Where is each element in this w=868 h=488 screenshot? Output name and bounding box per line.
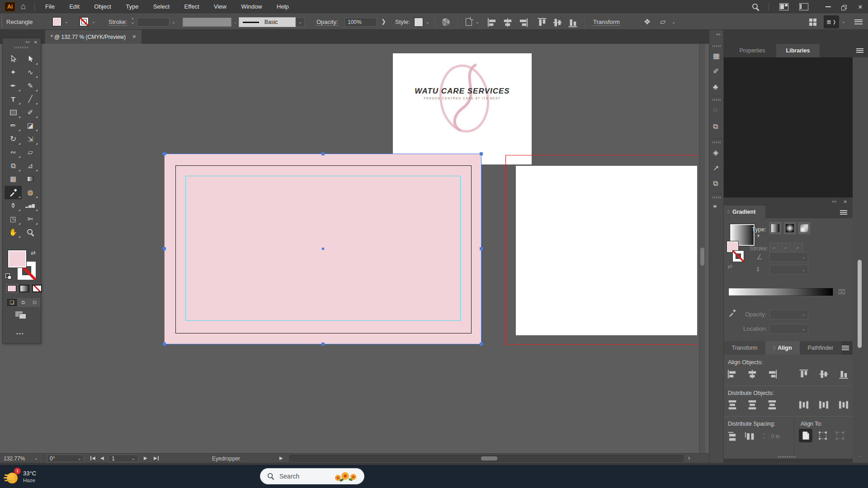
align-panel-grip[interactable]	[778, 456, 796, 458]
cb-align-bottom-icon[interactable]	[567, 17, 579, 28]
gradient-collapse-icon[interactable]: ««	[832, 199, 836, 204]
selection-tool[interactable]	[5, 52, 22, 66]
close-button[interactable]: ✕	[853, 0, 868, 14]
fill-swatch[interactable]	[8, 250, 27, 268]
shape-builder-tool[interactable]: ⧉	[5, 159, 22, 173]
distribute-bottom-button[interactable]	[766, 399, 778, 411]
mesh-tool[interactable]: ▦	[5, 173, 22, 186]
dock-grip-2[interactable]	[712, 99, 722, 101]
gradient-preview-dropdown[interactable]: ▾	[757, 234, 760, 238]
align-top-button[interactable]	[798, 368, 810, 380]
tools-close-icon[interactable]: ✕	[34, 40, 38, 45]
paintbrush-tool[interactable]: ✐	[22, 106, 39, 119]
tab-transform[interactable]: Transform	[724, 341, 765, 355]
export-panel-icon[interactable]: ↗	[713, 164, 719, 172]
tab-pathfinder[interactable]: Pathfinder	[800, 341, 841, 355]
stroke-weight-label[interactable]: Stroke:	[108, 19, 127, 26]
taskbar-search[interactable]: Search	[260, 468, 364, 484]
screen-mode-icon[interactable]	[15, 311, 27, 319]
tab-properties[interactable]: Properties	[728, 44, 776, 57]
zoom-level[interactable]: 132.77%	[4, 455, 25, 462]
stroke-weight-dropdown[interactable]: ⌄	[170, 18, 177, 27]
align-menu-icon[interactable]	[842, 346, 849, 350]
artboards-panel-icon[interactable]: ⧉	[713, 123, 718, 130]
free-transform-tool[interactable]: ▱	[22, 146, 39, 160]
zoom-tool[interactable]	[22, 226, 39, 239]
shaper-tool[interactable]: ✏	[5, 119, 22, 133]
draw-behind-mode[interactable]: ⧉	[18, 298, 29, 307]
symbol-sprayer-tool[interactable]: ⚱	[5, 199, 22, 213]
selection-handle-s[interactable]	[321, 343, 325, 346]
variable-width-chevron[interactable]: ⌄	[296, 17, 305, 27]
control-bar-menu-icon[interactable]	[854, 19, 863, 24]
dock-grip-3[interactable]	[712, 141, 722, 143]
distribute-right-button[interactable]	[838, 399, 849, 411]
color-guide-panel-icon[interactable]: ◌	[713, 107, 717, 114]
selection-handle-n[interactable]	[321, 152, 325, 155]
stroke-weight-stepper[interactable]: ˄˅	[132, 17, 134, 25]
libraries-content[interactable]	[724, 57, 853, 197]
tab-libraries[interactable]: Libraries	[776, 44, 820, 57]
align-to-key-object-button[interactable]	[833, 429, 847, 442]
gradient-location-dropdown[interactable]: ⌄	[769, 324, 808, 334]
menu-window[interactable]: Window	[235, 0, 268, 14]
swap-fill-stroke-icon[interactable]: ⇄	[31, 250, 36, 256]
align-to-selection-button[interactable]	[816, 429, 830, 442]
select-similar-chevron[interactable]: ⌄	[670, 18, 677, 27]
tools-collapse-icon[interactable]: ««	[25, 40, 30, 44]
width-tool[interactable]: ∾	[5, 146, 22, 160]
distribute-left-button[interactable]	[798, 399, 810, 411]
selection-handle-ne[interactable]	[480, 152, 483, 155]
selection-handle-e[interactable]	[480, 247, 483, 250]
align-left-button[interactable]	[726, 368, 738, 380]
column-graph-tool[interactable]: ▂▅▇	[22, 199, 39, 213]
edit-toolbar-icon[interactable]: •••	[16, 331, 24, 336]
scroll-right-icon[interactable]: ›	[688, 455, 690, 461]
stroke-color-swatch[interactable]	[80, 17, 89, 26]
gradient-stroke-swatch[interactable]	[732, 250, 744, 262]
stroke-gradient-within[interactable]: ⌐	[769, 243, 779, 253]
prev-artboard-icon[interactable]: ◀	[100, 456, 104, 460]
status-expand-icon[interactable]: ▶	[279, 456, 283, 460]
canvas-horizontal-scrollbar[interactable]	[289, 455, 684, 462]
style-swatch[interactable]	[414, 18, 423, 27]
rotate-tool[interactable]: ↻	[5, 132, 22, 146]
selection-handle-w[interactable]	[163, 247, 166, 250]
stroke-gradient-along[interactable]: ⌐	[781, 243, 791, 253]
panel-dock-toggle[interactable]: ≣❭	[824, 15, 839, 28]
stroke-color-dropdown[interactable]: ⌄	[90, 17, 97, 26]
transform-label[interactable]: Transform	[593, 19, 620, 26]
weather-widget[interactable]: 1 33°C Haze	[5, 467, 64, 486]
tab-gradient[interactable]: ◊ Gradient	[724, 206, 765, 218]
artboard-logo[interactable]: WATU CARE SERVICES PERSON CENTRED CARE A…	[393, 53, 532, 164]
document-layout-icon[interactable]	[799, 3, 808, 10]
menu-effect[interactable]: Effect	[178, 0, 206, 14]
libraries-menu-icon[interactable]	[856, 48, 863, 53]
cb-align-middle-icon[interactable]	[552, 17, 563, 28]
document-setup-icon[interactable]	[466, 18, 472, 26]
curvature-tool[interactable]: ✎	[22, 79, 39, 93]
align-to-artboard-button[interactable]	[799, 429, 812, 442]
brushes-panel-icon[interactable]: ✐	[713, 68, 719, 75]
brush-definition-chevron[interactable]: ⌄	[232, 18, 239, 27]
dock-collapse-icon[interactable]: ««	[716, 32, 721, 37]
menu-edit[interactable]: Edit	[63, 0, 85, 14]
layers-panel-icon[interactable]: ◈	[713, 149, 718, 156]
scale-tool[interactable]: ⇲	[22, 132, 39, 146]
opacity-more-arrow[interactable]: ❯	[381, 19, 386, 24]
horizontal-spacing-button[interactable]	[744, 431, 755, 442]
stroke-weight-field[interactable]	[137, 18, 170, 27]
cb-align-left-icon[interactable]	[486, 17, 498, 28]
tab-align[interactable]: ◊ Align	[765, 341, 800, 355]
gradient-slider[interactable]	[728, 288, 833, 296]
gradient-freeform-button[interactable]	[798, 222, 810, 234]
menu-view[interactable]: View	[208, 0, 233, 14]
last-artboard-icon[interactable]: ▶	[154, 456, 159, 460]
gradient-eyedropper-icon[interactable]	[728, 309, 736, 317]
align-hcenter-button[interactable]	[746, 368, 758, 380]
gradient-menu-icon[interactable]	[840, 210, 847, 215]
first-artboard-icon[interactable]: ◀	[90, 456, 95, 460]
swatches-panel-icon[interactable]: ▦	[713, 52, 720, 60]
align-vcenter-button[interactable]	[818, 368, 830, 380]
distribute-top-button[interactable]	[726, 399, 738, 411]
